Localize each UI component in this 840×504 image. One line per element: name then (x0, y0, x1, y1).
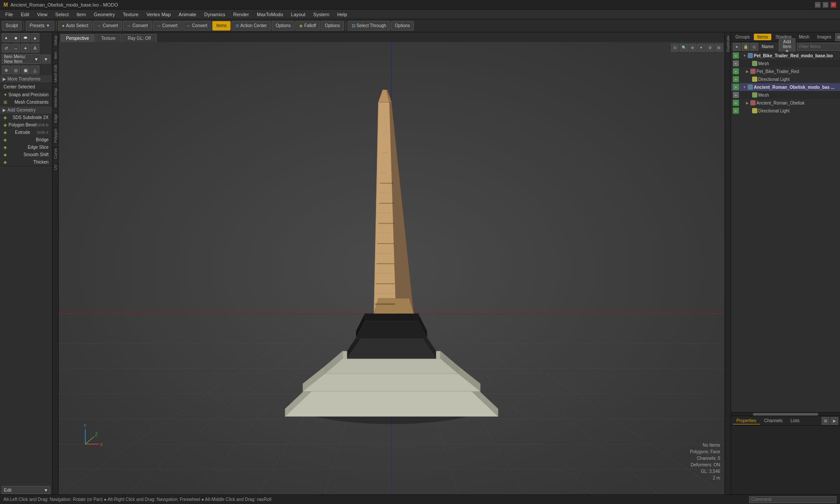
props-tab-lists[interactable]: Lists (787, 417, 803, 424)
more-transforms-header[interactable]: ▶ More Transforms (0, 75, 52, 83)
vtab-curve[interactable]: Curve (52, 145, 58, 161)
tree-row-pet-bike-red[interactable]: ● ▶ Pet_Bike_Trailer_Red (731, 67, 840, 75)
rp-tab-images[interactable]: Images (813, 34, 835, 40)
vp-tool-3[interactable]: ⊕ (689, 44, 696, 52)
rp-tab-mesh[interactable]: Mesh (795, 34, 813, 40)
smooth-shift-button[interactable]: ◈ Smooth Shift (0, 151, 52, 158)
tree-vis-1[interactable]: ● (733, 52, 739, 59)
items-button[interactable]: Items (212, 21, 231, 31)
presets-button[interactable]: Presets ▼ (26, 21, 54, 31)
thicken-button[interactable]: ◈ Thicken (0, 158, 52, 166)
options-button-3[interactable]: Options (391, 21, 414, 31)
convert-button-1[interactable]: ↔ Convert (93, 21, 122, 31)
vtab-duplicate[interactable]: Duplicate (725, 32, 731, 55)
vtab-edge[interactable]: Edge (52, 111, 58, 126)
transform-icon-2[interactable]: ◎ (11, 66, 20, 74)
snaps-precision-button[interactable]: ✦ Snaps and Precision (0, 91, 52, 98)
item-icon-5[interactable]: ↺ (2, 44, 10, 52)
center-selected-button[interactable]: Center Selected (0, 83, 52, 91)
props-more-btn[interactable]: ▶ (830, 417, 838, 425)
props-expand-btn[interactable]: ⊞ (822, 417, 830, 425)
item-menu-button[interactable]: Item Menu: New Item ▼ (2, 54, 41, 64)
item-icon-6[interactable]: ↔ (11, 44, 20, 52)
menu-select[interactable]: Select (52, 11, 72, 18)
edge-slice-button[interactable]: ◈ Edge Slice (0, 144, 52, 151)
tree-vis-6[interactable]: ● (733, 92, 739, 98)
auto-select-button[interactable]: ● Auto Select (58, 21, 92, 31)
convert-button-4[interactable]: ↔ Convert (182, 21, 211, 31)
vp-tool-2[interactable]: 🔍 (680, 44, 688, 52)
options-button-1[interactable]: Options (272, 21, 294, 31)
tree-expand-2[interactable] (747, 61, 751, 66)
vtab-setup[interactable]: Setup (52, 32, 58, 49)
vtab-vertex-map[interactable]: Vertex Map (52, 85, 58, 111)
vtab-uv[interactable]: UV (52, 161, 58, 173)
bridge-button[interactable]: ◈ Bridge (0, 136, 52, 144)
item-icon-4[interactable]: ▲ (31, 33, 39, 42)
menu-item[interactable]: Item (73, 11, 89, 18)
item-icon-2[interactable]: ■ (11, 33, 20, 42)
titlebar-controls[interactable]: ─ □ ✕ (815, 2, 836, 8)
menu-view[interactable]: View (34, 11, 51, 18)
edit-button[interactable]: Edit ▼ (2, 486, 50, 494)
vp-tool-4[interactable]: ✦ (697, 44, 705, 52)
close-button[interactable]: ✕ (830, 2, 836, 8)
tree-row-obelisk-scene[interactable]: ● ▼ Ancient_Roman_Obelisk_modo_bas ... (731, 83, 840, 91)
vtab-item[interactable]: Item (52, 49, 58, 62)
props-tab-channels[interactable]: Channels (761, 417, 786, 424)
tree-vis-3[interactable]: ● (733, 68, 739, 74)
menu-texture[interactable]: Texture (119, 11, 142, 18)
vtab-polygon[interactable]: Polygon (52, 126, 58, 146)
action-center-button[interactable]: ⊙ Action Center (231, 21, 271, 31)
tree-expand-7[interactable]: ▶ (745, 101, 749, 105)
item-menu-extra[interactable]: ▼ (42, 55, 50, 63)
item-icon-8[interactable]: A (31, 44, 39, 52)
rp-tab-groups[interactable]: Groups (732, 34, 753, 40)
viewport-tab-perspective[interactable]: Perspective (60, 34, 94, 42)
props-tab-properties[interactable]: Properties (733, 417, 760, 424)
viewport-3d[interactable]: X Y Z ⊟ 🔍 ⊕ ✦ ⚙ ⊞ No Items P (59, 42, 724, 494)
menu-vertex-map[interactable]: Vertex Map (143, 11, 175, 18)
tree-vis-8[interactable]: ● (733, 108, 739, 114)
tree-vis-4[interactable]: ● (733, 76, 739, 82)
sculpt-button[interactable]: Sculpt (2, 21, 22, 31)
menu-maxtomodo[interactable]: MaxToModo (253, 11, 287, 18)
viewport-tab-texture[interactable]: Texture (95, 34, 121, 42)
tree-row-mesh-1[interactable]: ● Mesh (731, 60, 840, 67)
tree-row-mesh-2[interactable]: ● Mesh (731, 91, 840, 99)
sds-subdivide-button[interactable]: ◈ SDS Subdivide 2X (0, 114, 52, 121)
tree-row-dir-light-1[interactable]: ● Directional Light (731, 75, 840, 83)
menu-geometry[interactable]: Geometry (90, 11, 118, 18)
item-icon-3[interactable]: ⬬ (21, 33, 30, 42)
menu-dynamics[interactable]: Dynamics (201, 11, 229, 18)
item-icon-1[interactable]: ● (2, 33, 10, 42)
convert-button-3[interactable]: ↔ Convert (153, 21, 182, 31)
rp-vis-btn[interactable]: ● (733, 43, 741, 51)
options-button-2[interactable]: Options (321, 21, 343, 31)
menu-render[interactable]: Render (230, 11, 252, 18)
vp-tool-6[interactable]: ⊞ (715, 44, 723, 52)
tree-expand-1[interactable]: ▼ (742, 53, 747, 58)
vp-tool-1[interactable]: ⊟ (671, 44, 679, 52)
filter-items-input[interactable] (797, 43, 840, 51)
falloff-button[interactable]: ◈ Falloff (295, 21, 320, 31)
tree-row-dir-light-2[interactable]: ● Directional Light (731, 107, 840, 115)
tree-expand-3[interactable]: ▶ (745, 69, 749, 74)
convert-button-2[interactable]: ↔ Convert (123, 21, 152, 31)
rp-tab-items[interactable]: Items (754, 34, 771, 40)
polygon-bevel-button[interactable]: ◈ Polygon Bevel Shift-B (0, 121, 52, 129)
menu-file[interactable]: File (2, 11, 17, 18)
vp-tool-5[interactable]: ⚙ (706, 44, 714, 52)
minimize-button[interactable]: ─ (815, 2, 821, 8)
tree-expand-8[interactable] (747, 108, 751, 113)
command-input[interactable] (749, 496, 836, 503)
vtab-mesh-edit[interactable]: Mesh Edit (52, 62, 58, 85)
viewport-tab-raygl[interactable]: Ray GL: Off (122, 34, 157, 42)
menu-help[interactable]: Help (334, 11, 351, 18)
menu-layout[interactable]: Layout (287, 11, 309, 18)
maximize-button[interactable]: □ (822, 2, 829, 8)
tree-vis-2[interactable]: ● (733, 60, 739, 66)
tree-row-obelisk-group[interactable]: ● ▶ Ancient_Roman_Obelisk (731, 99, 840, 107)
tree-vis-5[interactable]: ● (733, 84, 739, 90)
rp-render-btn[interactable]: ◎ (750, 43, 758, 51)
